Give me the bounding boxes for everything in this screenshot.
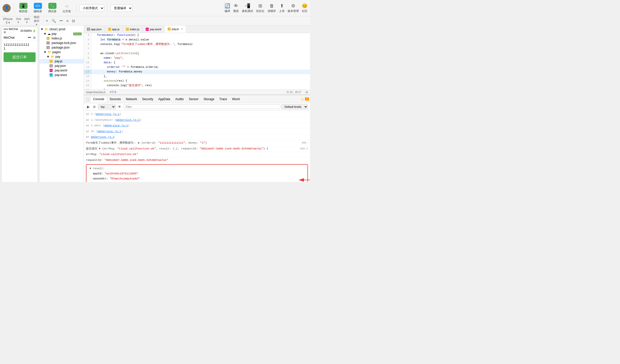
status-bar: ••••• WeChat令 20:56 69% 🔋 — [2, 27, 38, 35]
pay-wxml-item[interactable]: <> pay.wxml — [39, 68, 84, 73]
pay-js-item[interactable]: JS pay.js — [39, 59, 84, 64]
simulator-btn[interactable]: 📱 模拟器 — [17, 2, 29, 14]
filter-input[interactable] — [123, 104, 280, 109]
index-js-item[interactable]: JS index.js — [39, 36, 84, 41]
preview-icon: 👁 — [234, 3, 238, 9]
requestid-line: requestID: "8bb1de07-bd00-11e9-9e85-5254… — [84, 158, 310, 163]
main-area: ••••• WeChat令 20:56 69% 🔋 WeChat ••• ⊙ 1… — [0, 25, 310, 182]
editor-btn[interactable]: </> 编辑器 — [32, 2, 44, 14]
code-line-13: 13 }, — [84, 74, 310, 79]
community-btn[interactable]: 😊 社区 — [302, 3, 307, 13]
devtools-tab-wxml[interactable]: Wxml — [230, 96, 242, 102]
levels-select[interactable]: Default levels — [281, 104, 308, 109]
phone-content: 111111111111111 提交订单 — [2, 41, 38, 64]
tab-index-js[interactable]: JS index.js — [123, 25, 143, 33]
devtools-tabs-bar: ⬚ Console Sources Network Security AppDa… — [84, 95, 310, 103]
context-select[interactable]: top — [98, 104, 116, 109]
mode-select[interactable]: 小程序模式 — [79, 5, 104, 12]
code-line-10: 10 data: { — [84, 60, 310, 65]
versionmgr-btn[interactable]: ⚙ 版本管理 — [288, 3, 299, 13]
devtools-toolbar: ▶ ⊘ top 👁 Default levels — [84, 103, 310, 111]
success-log: 提交成功 ▼ {errMsg: "cloud.callFunction:ok",… — [84, 146, 310, 152]
tab-pay-js[interactable]: JS pay.js ✕ — [165, 25, 186, 33]
code-line-12: 12 money: formData.money — [84, 70, 310, 74]
result-title: ▼ result: — [88, 166, 305, 171]
devtools-tab-sources[interactable]: Sources — [107, 96, 123, 102]
tab-app-json[interactable]: {} app.json — [84, 25, 105, 33]
devtools-tab-audits[interactable]: Audits — [173, 96, 186, 102]
file-tree-panel: ▼ 📁 cloud | prod ▼ ☁ pay Node.js JS inde… — [39, 25, 84, 182]
code-line-5: 5 let formData = e.detail.value — [84, 38, 310, 42]
zoom-selector[interactable]: 75% ▾ — [14, 17, 22, 24]
editor-tabs: {} app.json JS app.js JS index.js <> pay… — [84, 25, 310, 33]
result-box: ▼ result: appId: "wx26438c2d76113895" no… — [86, 164, 308, 182]
compile-btn[interactable]: 🔄 编译 — [225, 3, 230, 13]
separator3 — [107, 3, 108, 13]
tab-app-js[interactable]: JS app.js — [105, 25, 123, 33]
phone-body: ••••• WeChat令 20:56 69% 🔋 WeChat ••• ⊙ 1… — [2, 27, 38, 182]
close-tab-icon[interactable]: ✕ — [181, 27, 183, 30]
devtools-tab-sensor[interactable]: Sensor — [186, 96, 201, 102]
realtest-btn[interactable]: 📲 真机调试 — [242, 3, 253, 13]
console-output: at l (WAService.js:1) at i.<anonymous> (… — [84, 111, 310, 182]
sort-btn[interactable]: ≡ — [65, 18, 69, 23]
preview-btn[interactable]: 👁 预览 — [233, 3, 239, 13]
upload-btn[interactable]: ⬆ 上传 — [279, 3, 285, 13]
versionmgr-icon: ⚙ — [291, 3, 295, 9]
errmsg-line: errMsg: "cloud.callFunction:ok" — [84, 152, 310, 158]
svg-text:👤: 👤 — [5, 6, 9, 10]
wifi-selector[interactable]: WiFi ▾ — [23, 17, 31, 24]
submit-order-btn[interactable]: 提交订单 — [4, 52, 36, 62]
clear-btn[interactable]: ⊘ — [92, 104, 97, 109]
code-line-8: 8 wx.cloud.callFunction({ — [84, 51, 310, 56]
pages-folder[interactable]: ▼ 📁 pages — [39, 50, 84, 54]
iphone-selector[interactable]: iPhone 5 ▾ — [2, 17, 13, 25]
devtools-tab-network[interactable]: Network — [123, 96, 140, 102]
add-file-btn[interactable]: + — [45, 18, 49, 24]
realtest-icon: 📲 — [245, 3, 250, 9]
devtools-tab-storage[interactable]: Storage — [201, 96, 217, 102]
code-editor[interactable]: 4 formSubmit: function(e) { 5 let formDa… — [84, 33, 310, 89]
devtools-panel: ⬚ Console Sources Network Security AppDa… — [84, 95, 310, 182]
backend-btn[interactable]: ⊞ 切后台 — [256, 3, 264, 13]
execute-btn[interactable]: ▶ — [86, 104, 91, 109]
toolbar-right: 🔄 编译 👁 预览 📲 真机调试 ⊞ 切后台 🗑 清缓存 ⬆ 上传 ⚙ 版本管理… — [225, 3, 307, 13]
file-tree-root[interactable]: ▼ 📁 cloud | prod — [39, 27, 84, 32]
code-line-14: 14 success(res) { — [84, 79, 310, 83]
pay-folder[interactable]: ▼ ☁ pay Node.js — [39, 32, 84, 36]
compile-select[interactable]: 普通编译 — [111, 5, 132, 12]
pay-json-item[interactable]: {} pay.json — [39, 64, 84, 68]
more-btn[interactable]: ••• — [58, 19, 64, 23]
layout-btn[interactable]: ⊟ — [71, 18, 76, 23]
eye-btn[interactable]: 👁 — [117, 104, 122, 109]
devtools-inspect-btn[interactable]: ⬚ — [85, 97, 90, 102]
devtools-tab-console[interactable]: Console — [90, 96, 107, 102]
devtools-tab-trace[interactable]: Trace — [217, 96, 230, 102]
search-btn[interactable]: 🔍 — [51, 18, 57, 23]
clearcache-btn[interactable]: 🗑 清缓存 — [268, 3, 276, 13]
community-icon: 😊 — [302, 3, 307, 9]
pay-wxss-item[interactable]: wx pay.wxss — [39, 73, 84, 77]
code-line-6: 6 console.log('form发生了submit事件，携带数据为：', … — [84, 42, 310, 47]
tab-pay-wxml[interactable]: <> pay.wxml — [143, 25, 165, 33]
console-line-5: at WAService.js:1 — [84, 134, 310, 140]
devtools-tab-appdata[interactable]: AppData — [156, 96, 173, 102]
package-lock-item[interactable]: {} package-lock.json — [39, 41, 84, 45]
console-line-4: at Os (WAService.js:1) — [84, 129, 310, 135]
form-submit-log: form发生了submit事件，携带数据为： ▶ {orderid: "1111… — [84, 140, 310, 146]
cloud-btn[interactable]: ☁️ 云开发 — [61, 2, 73, 14]
clearcache-icon: 🗑 — [270, 3, 274, 9]
arrow-icon — [296, 176, 310, 182]
simulate-selector[interactable]: 模拟操作 ▾ — [32, 15, 41, 27]
main-toolbar: 👤 📱 模拟器 </> 编辑器 🔧 调试器 ☁️ 云开发 小程序模式 普通编译 … — [0, 0, 310, 16]
warning-area: ⚠ 3 — [301, 97, 309, 101]
code-section: {} app.json JS app.js JS index.js <> pay… — [84, 25, 310, 95]
debugger-btn[interactable]: 🔧 调试器 — [46, 2, 58, 14]
devtools-tab-security[interactable]: Security — [140, 96, 156, 102]
avatar[interactable]: 👤 — [3, 4, 11, 12]
debugger-icon: 🔧 — [48, 3, 56, 9]
console-line-3: at i.emit (WAService.js:1) — [84, 123, 310, 129]
separator — [14, 3, 14, 13]
pay-subfolder[interactable]: ▼ 📁 pay — [39, 54, 84, 59]
package-json-item[interactable]: {} package.json — [39, 45, 84, 50]
